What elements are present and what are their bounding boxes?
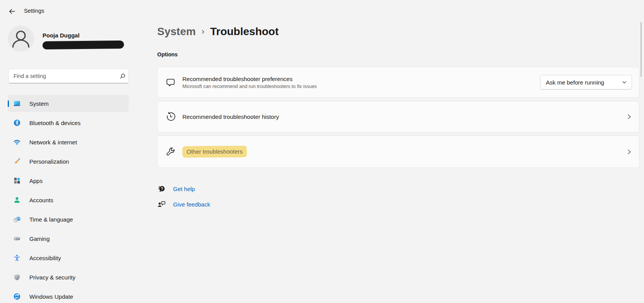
card-other-troubleshooters[interactable]: Other troubleshooters [157,135,639,168]
avatar [8,25,34,52]
sidebar-item-label: Accessibility [29,255,61,261]
sidebar-item-label: Personalization [29,158,69,165]
scrollbar-thumb[interactable] [641,22,642,77]
sidebar-item-apps[interactable]: Apps [8,172,129,189]
person-icon [13,196,21,204]
card-troubleshooter-history[interactable]: Recommended troubleshooter history [157,101,639,132]
sidebar-item-gaming[interactable]: Gaming [8,230,129,247]
comment-bubble-icon [165,77,176,88]
clock-globe-icon [13,215,21,223]
card-title: Recommended troubleshooter preferences [182,76,317,82]
account-area[interactable]: Pooja Duggal [8,25,124,52]
sidebar-item-windows-update[interactable]: Windows Update [8,288,129,303]
feedback-person-icon [157,200,166,208]
redacted-email [42,41,124,49]
accessibility-icon [13,254,21,262]
sidebar-item-accounts[interactable]: Accounts [8,191,129,208]
paintbrush-icon [13,157,21,165]
search-icon [117,73,128,79]
breadcrumb-separator-icon: › [202,27,204,37]
sidebar-item-label: Windows Update [29,293,73,300]
svg-text:?: ? [161,187,163,191]
chevron-down-icon [622,80,627,85]
sidebar-item-label: Accounts [29,197,53,203]
sidebar-item-system[interactable]: System [8,95,129,112]
sidebar-item-privacy-security[interactable]: Privacy & security [8,269,129,286]
preferences-dropdown[interactable]: Ask me before running [540,75,632,90]
sidebar-item-label: Bluetooth & devices [29,120,81,126]
sidebar-item-time-language[interactable]: Time & language [8,211,129,228]
system-icon [13,100,21,107]
sidebar-item-label: Gaming [29,235,50,242]
back-arrow-icon [8,8,15,15]
user-name: Pooja Duggal [42,32,124,39]
app-title: Settings [24,8,44,14]
sidebar-item-bluetooth-devices[interactable]: Bluetooth & devices [8,114,129,131]
search-box[interactable] [8,69,129,83]
get-help-link[interactable]: ? Get help [157,185,195,193]
sidebar-item-label: Privacy & security [29,274,75,281]
help-bubble-icon: ? [157,185,166,193]
search-input[interactable] [9,73,117,79]
sidebar-nav: System Bluetooth & devices Network & int… [8,95,129,303]
wrench-icon [165,147,176,157]
gamepad-icon [13,235,21,242]
options-heading: Options [157,51,178,58]
chevron-right-icon [626,149,632,155]
sidebar-item-label: Apps [29,178,42,184]
bluetooth-icon [13,119,21,127]
shield-icon [13,273,21,281]
give-feedback-link[interactable]: Give feedback [157,200,210,208]
back-button[interactable] [6,6,17,16]
sidebar-item-accessibility[interactable]: Accessibility [8,249,129,266]
sidebar-item-personalization[interactable]: Personalization [8,153,129,170]
link-label: Give feedback [173,201,210,208]
breadcrumb-system[interactable]: System [157,25,196,38]
update-arrows-icon [13,293,21,300]
card-subtitle: Microsoft can recommend and run troubles… [182,84,317,89]
apps-grid-icon [13,177,21,185]
page-title: Troubleshoot [210,25,279,38]
link-label: Get help [173,186,195,192]
person-outline-icon [8,25,34,52]
chevron-right-icon [626,114,632,120]
sidebar-item-network-internet[interactable]: Network & internet [8,134,129,151]
wifi-icon [13,138,21,146]
history-icon [165,112,176,122]
card-title: Recommended troubleshooter history [182,113,279,120]
sidebar-item-label: Network & internet [29,139,77,146]
highlighted-card-title: Other troubleshooters [182,146,247,158]
settings-window: Settings Pooja Duggal [0,0,644,303]
sidebar-item-label: Time & language [29,216,73,223]
sidebar-item-label: System [29,100,49,107]
dropdown-selected-value: Ask me before running [546,79,622,86]
selection-indicator [8,100,9,107]
card-troubleshooter-preferences: Recommended troubleshooter preferences M… [157,67,639,98]
breadcrumb: System › Troubleshoot [157,25,279,38]
